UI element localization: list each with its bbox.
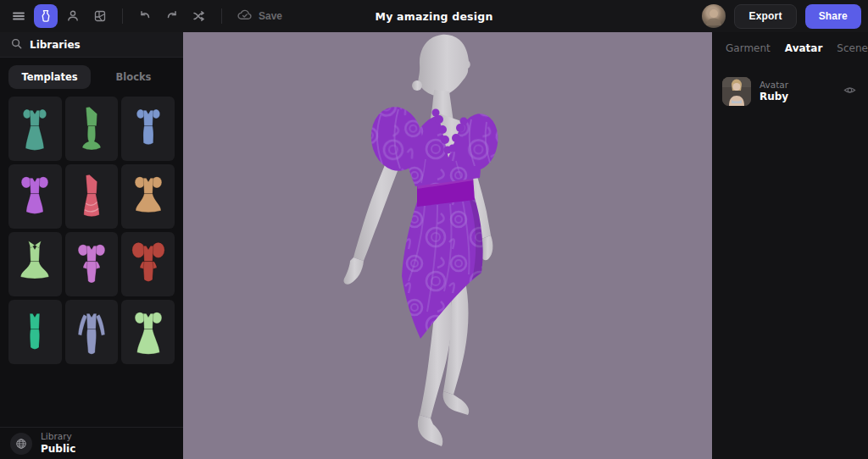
- library-item[interactable]: [65, 164, 119, 229]
- save-label: Save: [259, 10, 282, 22]
- shuffle-icon: [192, 9, 206, 23]
- template-grid: [0, 96, 183, 364]
- redo-icon: [165, 9, 179, 23]
- main-area: Libraries Templates Blocks Library Publi…: [0, 32, 868, 459]
- fashion-design-app: Save My amazing design Export Share Libr…: [0, 0, 868, 459]
- tab-garment[interactable]: Garment: [726, 42, 771, 54]
- document-title[interactable]: My amazing design: [376, 10, 493, 23]
- export-button[interactable]: Export: [734, 4, 796, 29]
- fabric-tool-button[interactable]: [88, 4, 112, 28]
- inspector-panel: Garment Avatar Scene Avatar: [712, 32, 868, 459]
- library-item[interactable]: [8, 300, 62, 364]
- hamburger-icon: [12, 9, 25, 23]
- top-toolbar: Save My amazing design Export Share: [0, 0, 868, 32]
- library-item[interactable]: [65, 300, 119, 364]
- library-item[interactable]: [65, 97, 119, 161]
- scene-canvas: [183, 32, 712, 459]
- library-panel-spacer: [0, 364, 183, 427]
- toolbar-right-group: Export Share: [702, 4, 861, 29]
- avatar-thumbnail: [722, 77, 751, 106]
- globe-icon: [10, 433, 32, 455]
- shuffle-button[interactable]: [187, 4, 211, 28]
- library-footer-label: Library: [41, 431, 75, 442]
- avatar-type-label: Avatar: [760, 80, 788, 91]
- cloud-check-icon: [237, 8, 253, 24]
- undo-button[interactable]: [133, 4, 157, 28]
- library-item[interactable]: [65, 232, 119, 296]
- fabric-icon: [93, 9, 107, 23]
- dress-icon: [39, 9, 53, 23]
- library-tabs: Templates Blocks: [0, 58, 183, 96]
- redo-button[interactable]: [160, 4, 184, 28]
- user-avatar[interactable]: [702, 4, 726, 28]
- viewport-3d[interactable]: [183, 32, 712, 459]
- tab-avatar[interactable]: Avatar: [785, 42, 823, 54]
- toolbar-divider: [221, 8, 222, 24]
- mannequin-hair-bun: [412, 80, 422, 91]
- library-switcher[interactable]: Library Public: [0, 427, 183, 459]
- avatar-list-item[interactable]: Avatar Ruby: [712, 69, 868, 113]
- library-item[interactable]: [8, 232, 62, 296]
- library-search-label: Libraries: [30, 39, 81, 51]
- library-footer-value: Public: [41, 443, 75, 456]
- library-item[interactable]: [121, 232, 175, 296]
- library-item[interactable]: [121, 97, 175, 161]
- menu-button[interactable]: [7, 4, 31, 28]
- tab-templates[interactable]: Templates: [8, 65, 91, 89]
- avatar-tool-button[interactable]: [61, 4, 85, 28]
- library-item[interactable]: [121, 300, 175, 364]
- undo-icon: [138, 9, 152, 23]
- search-icon: [11, 36, 22, 53]
- garment-tool-button[interactable]: [34, 4, 58, 28]
- library-item[interactable]: [8, 97, 62, 161]
- inspector-tabs: Garment Avatar Scene: [712, 32, 868, 63]
- visibility-toggle[interactable]: [842, 82, 858, 101]
- toolbar-divider: [122, 8, 123, 24]
- toolbar-left-group: Save: [7, 4, 287, 28]
- tab-scene[interactable]: Scene: [837, 42, 868, 54]
- eye-icon: [843, 84, 856, 99]
- share-button[interactable]: Share: [805, 4, 861, 29]
- save-button[interactable]: Save: [232, 5, 287, 27]
- avatar-name: Ruby: [760, 91, 788, 103]
- library-search[interactable]: Libraries: [0, 32, 183, 58]
- person-icon: [66, 9, 80, 23]
- tab-blocks[interactable]: Blocks: [92, 65, 175, 89]
- library-panel: Libraries Templates Blocks Library Publi…: [0, 32, 183, 459]
- library-item[interactable]: [8, 164, 62, 229]
- library-item[interactable]: [121, 164, 175, 229]
